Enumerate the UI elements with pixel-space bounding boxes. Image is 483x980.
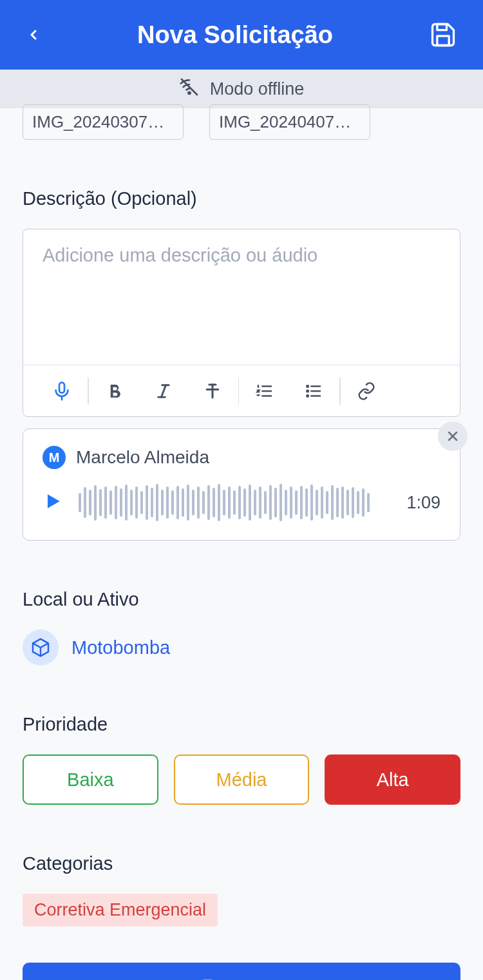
- page-title: Nova Solicitação: [41, 21, 429, 49]
- back-button[interactable]: [26, 27, 41, 43]
- italic-icon[interactable]: [151, 378, 176, 404]
- save-icon[interactable]: [429, 21, 457, 49]
- location-label: Local ou Ativo: [23, 589, 460, 610]
- location-selector[interactable]: Motobomba: [23, 629, 460, 666]
- bullet-list-icon[interactable]: [301, 378, 327, 404]
- audio-duration: 1:09: [402, 493, 440, 513]
- audio-user-name: Marcelo Almeida: [76, 447, 209, 468]
- offline-label: Modo offline: [210, 79, 305, 99]
- attachment-name: IMG_20240407…: [219, 112, 351, 132]
- svg-point-17: [307, 390, 308, 392]
- priority-high[interactable]: Alta: [325, 754, 460, 805]
- description-input[interactable]: Adicione uma descrição ou áudio: [23, 229, 460, 365]
- svg-point-16: [307, 385, 308, 387]
- app-header: Nova Solicitação: [0, 0, 483, 70]
- wifi-off-icon: [179, 77, 200, 102]
- editor-toolbar: [23, 365, 460, 416]
- ordered-list-icon[interactable]: [252, 378, 278, 404]
- svg-rect-0: [437, 24, 447, 30]
- description-editor: Adicione uma descrição ou áudio: [23, 229, 460, 417]
- offline-banner: Modo offline: [0, 70, 483, 108]
- description-label: Descrição (Opcional): [23, 188, 460, 209]
- strikethrough-icon[interactable]: [200, 378, 225, 404]
- attachment-chip[interactable]: IMG_20240307…: [23, 104, 184, 140]
- save-button[interactable]: Salvar: [23, 963, 460, 980]
- audio-card: M Marcelo Almeida 1:09: [23, 428, 460, 541]
- categories-label: Categorias: [23, 853, 460, 874]
- priority-low[interactable]: Baixa: [23, 754, 158, 805]
- attachment-chip[interactable]: IMG_20240407…: [209, 104, 370, 140]
- priority-label: Prioridade: [23, 714, 460, 735]
- mic-icon[interactable]: [49, 378, 75, 404]
- priority-options: Baixa Média Alta: [23, 754, 460, 805]
- play-icon[interactable]: [43, 491, 63, 514]
- close-icon[interactable]: [438, 421, 468, 451]
- svg-point-2: [188, 91, 190, 93]
- attachment-name: IMG_20240307…: [32, 112, 164, 132]
- svg-rect-1: [437, 36, 449, 46]
- avatar: M: [43, 446, 66, 469]
- audio-waveform[interactable]: [79, 483, 386, 522]
- save-icon-small: [199, 978, 218, 981]
- location-value: Motobomba: [71, 637, 170, 658]
- category-tag[interactable]: Corretiva Emergencial: [23, 894, 218, 927]
- attachments-row: IMG_20240307… IMG_20240407…: [23, 104, 460, 140]
- svg-rect-4: [59, 382, 64, 392]
- priority-medium[interactable]: Média: [174, 754, 310, 805]
- svg-line-8: [161, 385, 166, 397]
- svg-point-18: [307, 395, 308, 397]
- link-icon[interactable]: [354, 378, 379, 404]
- bold-icon[interactable]: [102, 378, 128, 404]
- cube-icon: [23, 629, 59, 666]
